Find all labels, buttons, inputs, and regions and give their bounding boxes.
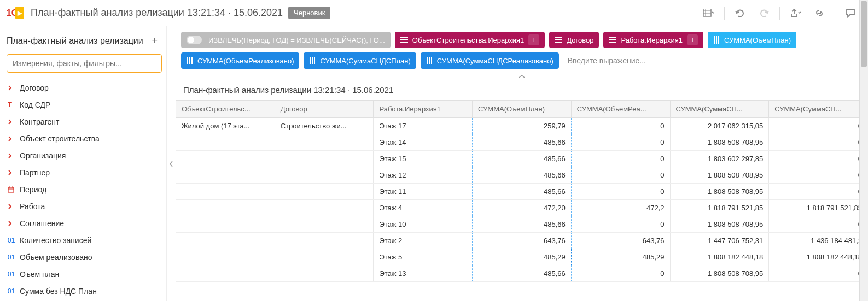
dimension-label: Договор: [567, 36, 593, 44]
col-header-contract[interactable]: Договор: [275, 101, 374, 118]
undo-button[interactable]: [729, 3, 751, 23]
svg-rect-4: [8, 187, 14, 192]
cell-object: [176, 184, 275, 200]
collapse-config-button[interactable]: [176, 71, 868, 82]
cell-value: 1 447 706 752,31: [670, 233, 769, 249]
field-item[interactable]: 01Оъем план: [7, 265, 164, 282]
dimension-tag-work[interactable]: Работа.Иерархия1 +: [603, 32, 703, 48]
measure-label: СУММА(ОбъемРеализовано): [197, 57, 294, 65]
table-row[interactable]: Этаж 12485,6601 808 508 708,950: [176, 167, 868, 184]
cell-work: Этаж 12: [374, 167, 473, 184]
filter-tag[interactable]: ИЗВЛЕЧЬ(Период, ГОД) = ИЗВЛЕЧЬ(СЕЙЧАС(),…: [181, 32, 391, 48]
cell-value: 0: [769, 118, 868, 134]
field-item[interactable]: Организация: [7, 147, 164, 164]
calendar-icon: [8, 186, 20, 193]
col-header-object[interactable]: ОбъектСтроительс...: [176, 101, 275, 118]
sidebar-collapse-handle[interactable]: [167, 26, 176, 301]
search-input[interactable]: [13, 59, 156, 68]
chevron-right-icon: [8, 85, 20, 91]
col-header-work[interactable]: Работа.Иерархия1: [374, 101, 473, 118]
cell-value: 472,20: [473, 200, 572, 216]
sidebar-title: План-фактный анализ релизации: [7, 36, 149, 46]
table-row[interactable]: Этаж 11485,6601 808 508 708,950: [176, 184, 868, 200]
cell-value: 1 818 791 521,85: [769, 200, 868, 216]
field-item[interactable]: Соглашение: [7, 215, 164, 232]
cell-value: 1 808 182 448,18: [670, 249, 769, 265]
cell-value: 0: [769, 167, 868, 184]
filter-label: ИЗВЛЕЧЬ(Период, ГОД) = ИЗВЛЕЧЬ(СЕЙЧАС(),…: [208, 36, 385, 44]
cell-work: Этаж 2: [374, 233, 473, 249]
filter-toggle-icon[interactable]: [187, 36, 202, 44]
cell-value: 259,79: [473, 118, 572, 134]
cell-value: 485,29: [571, 249, 670, 265]
redo-button[interactable]: [753, 3, 775, 23]
field-item[interactable]: TКод СДР: [7, 96, 164, 113]
table-row[interactable]: Этаж 15485,6601 803 602 297,850: [176, 151, 868, 167]
table-row[interactable]: Этаж 10485,6601 808 508 708,950: [176, 216, 868, 233]
cell-work: Этаж 14: [374, 134, 473, 151]
chevron-right-icon: [8, 170, 20, 175]
cell-work: Этаж 17: [374, 118, 473, 134]
col-header-sum-vat-real[interactable]: СУММА(СуммаСН...: [769, 101, 868, 118]
field-label: Объект строительства: [20, 134, 100, 143]
cell-value: 485,66: [473, 184, 572, 200]
search-box[interactable]: [7, 54, 162, 73]
cell-value: 0: [571, 151, 670, 167]
cell-value: 643,76: [473, 233, 572, 249]
link-button[interactable]: [808, 3, 830, 23]
col-header-sum-plan[interactable]: СУММА(ОъемПлан): [473, 101, 572, 118]
table-row[interactable]: Этаж 14485,6601 808 508 708,950: [176, 134, 868, 151]
field-item[interactable]: Работа: [7, 198, 164, 215]
vertical-scrollbar[interactable]: [859, 0, 868, 301]
measure-tag-sum-real[interactable]: СУММА(СуммаСНДСРеализовано): [421, 52, 559, 69]
add-hierarchy-button[interactable]: +: [687, 34, 698, 45]
col-header-sum-vat-plan[interactable]: СУММА(СуммаСН...: [670, 101, 769, 118]
cell-object: [176, 134, 275, 151]
cell-contract: [275, 184, 374, 200]
cell-object: Жилой дом (17 эта...: [176, 118, 275, 134]
field-item[interactable]: Контрагент: [7, 113, 164, 130]
table-row[interactable]: Этаж 2643,76643,761 447 706 752,311 436 …: [176, 233, 868, 249]
field-item[interactable]: 01Количество записей: [7, 232, 164, 249]
number-type-icon: 01: [8, 253, 20, 261]
dimension-tag-object[interactable]: ОбъектСтроительства.Иерархия1 +: [395, 32, 545, 48]
cell-value: 1 818 791 521,85: [670, 200, 769, 216]
dimension-tag-contract[interactable]: Договор: [549, 32, 599, 48]
rows-icon: [609, 37, 616, 43]
field-item[interactable]: Объект строительства: [7, 130, 164, 147]
field-item[interactable]: 01Объем реализовано: [7, 249, 164, 265]
cell-value: 472,2: [571, 200, 670, 216]
config-bar: ИЗВЛЕЧЬ(Период, ГОД) = ИЗВЛЕЧЬ(СЕЙЧАС(),…: [176, 26, 868, 71]
columns-icon: [309, 57, 316, 64]
cell-value: 0: [571, 265, 670, 282]
app-header: 1C▸ План-фактный анализ релизации 13:21:…: [0, 0, 868, 26]
cell-object: [176, 167, 275, 184]
measure-tag-volume-real[interactable]: СУММА(ОбъемРеализовано): [181, 52, 299, 69]
table-row[interactable]: Этаж 4472,20472,21 818 791 521,851 818 7…: [176, 200, 868, 216]
table-title: План-фактный анализ релизации 13:21:34 ·…: [176, 82, 868, 100]
table-row[interactable]: Этаж 13485,6601 808 508 708,950: [176, 265, 868, 282]
field-label: Контрагент: [20, 117, 59, 126]
field-item[interactable]: Договор: [7, 79, 164, 96]
measure-tag-sum-plan[interactable]: СУММА(СуммаСНДСПлан): [304, 52, 416, 69]
col-header-vol-real[interactable]: СУММА(ОбъемРеа...: [571, 101, 670, 118]
expression-input[interactable]: Введите выражение...: [563, 56, 650, 65]
table[interactable]: ОбъектСтроительс... Договор Работа.Иерар…: [176, 100, 868, 301]
add-hierarchy-button[interactable]: +: [528, 34, 539, 45]
cell-value: 1 808 508 708,95: [670, 216, 769, 233]
chevron-right-icon: [8, 153, 20, 158]
field-item[interactable]: Партнер: [7, 164, 164, 181]
field-item[interactable]: Период: [7, 181, 164, 198]
add-datasource-button[interactable]: +: [149, 33, 160, 49]
cell-contract: [275, 233, 374, 249]
cell-value: 1 808 508 708,95: [670, 167, 769, 184]
scrollbar-thumb[interactable]: [861, 1, 867, 67]
view-mode-button[interactable]: [698, 3, 720, 23]
table-row[interactable]: Жилой дом (17 эта...Строительство жи...Э…: [176, 118, 868, 134]
comment-button[interactable]: [840, 3, 861, 23]
share-button[interactable]: [784, 3, 806, 23]
table-row[interactable]: Этаж 5485,29485,291 808 182 448,181 808 …: [176, 249, 868, 265]
measure-label: СУММА(СуммаСНДСПлан): [320, 57, 410, 65]
measure-tag-volume-plan[interactable]: СУММА(ОъемПлан): [708, 32, 796, 48]
field-item[interactable]: 01Сумма без НДС План: [7, 282, 164, 299]
